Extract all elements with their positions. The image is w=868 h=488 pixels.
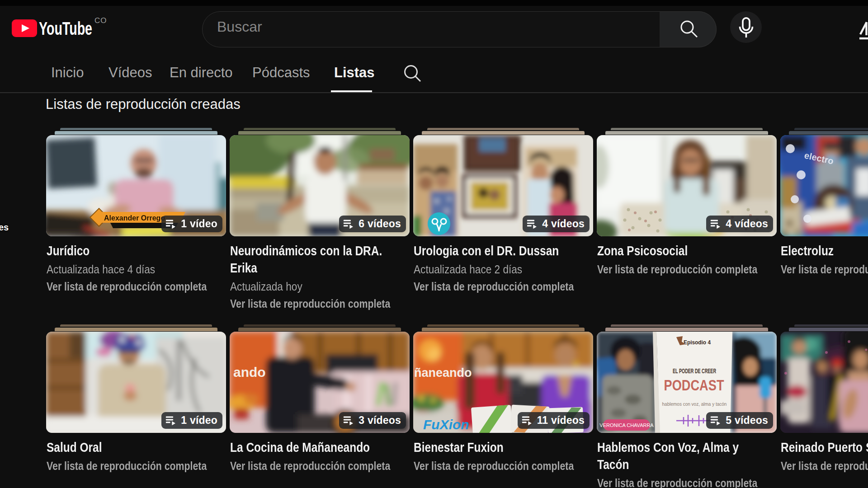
svg-text:ñaneando: ñaneando (414, 366, 472, 380)
svg-text:hablemos con voz, alma y tacón: hablemos con voz, alma y tacón (662, 402, 727, 407)
svg-text:EL PODER DE CREER: EL PODER DE CREER (673, 367, 716, 375)
svg-text:Episodio 4: Episodio 4 (684, 339, 711, 346)
svg-text:YouTube: YouTube (39, 19, 92, 38)
svg-text:FuXion: FuXion (423, 417, 469, 432)
svg-text:ando: ando (233, 365, 266, 380)
svg-text:VERONICA CHAVARRA: VERONICA CHAVARRA (599, 422, 654, 428)
svg-text:Alexander Orrego: Alexander Orrego (104, 214, 165, 222)
svg-text:PODCAST: PODCAST (664, 376, 724, 394)
